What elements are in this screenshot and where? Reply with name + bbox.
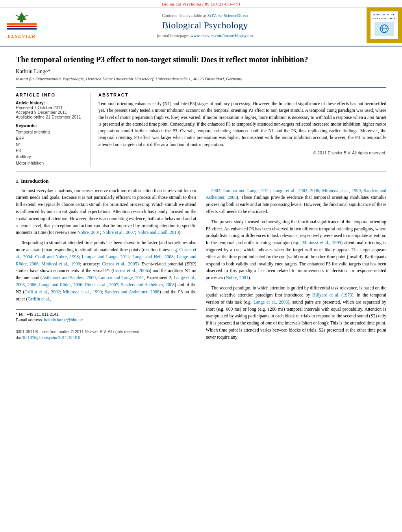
ref-miniussi-1999-cuing[interactable]: Miniussi et al., 1999 <box>302 240 341 245</box>
ref-lampar-lange-2011[interactable]: Lampar and Lange, 2011 <box>82 254 129 259</box>
available-date: Available online 21 December 2011 <box>16 115 85 119</box>
journal-logo-inner: BIOLOGICALPSYCHOLOGY <box>371 11 398 39</box>
accepted-date: Accepted 9 December 2011 <box>16 110 85 115</box>
ref-coull-nobre-1998[interactable]: Coull and Nobre, 1998 <box>35 254 79 259</box>
ref-lampar-lange-2011-right[interactable]: Lampar and Lange, 2011 <box>223 188 270 193</box>
journal-top-bar: Biological Psychology 89 (2012) 433–443 <box>0 0 402 7</box>
top-bar-text: Biological Psychology 89 (2012) 433–443 <box>162 2 240 6</box>
elsevier-logo-area: ELSEVIER <box>0 7 43 43</box>
ref-correa-2006a[interactable]: Correa et al., 2006a <box>113 268 150 273</box>
journal-center: Contents lists available at SciVerse Sci… <box>43 7 367 43</box>
footer-doi: doi:10.1016/j.biopsycho.2011.12.010 <box>16 335 196 341</box>
received-date: Received 7 October 2011 <box>16 105 85 110</box>
keywords-heading: Keywords: <box>16 123 85 128</box>
ref-nobre-2007[interactable]: Nobre et al., 2007 <box>102 230 135 235</box>
abstract-heading: ABSTRACT <box>98 93 386 97</box>
right-para2: The present study focused on investigati… <box>206 219 387 282</box>
ref-lange-heil-2008[interactable]: Lange and Heil, 2008 <box>132 254 174 259</box>
ref-miniussi-1999-right[interactable]: Miniussi et al., 1999 <box>322 188 361 193</box>
journal-logo-image <box>374 22 394 36</box>
ref-nobre-2001[interactable]: Nobre, 2001 <box>78 230 100 235</box>
ref-nobre-coull-2010[interactable]: Nobre and Coull, 2010 <box>137 230 179 235</box>
ref-roder-2007[interactable]: Röder et al., 2007 <box>85 282 118 287</box>
sciverse-link[interactable]: SciVerse ScienceDirect <box>207 13 248 18</box>
journal-logo-label: BIOLOGICALPSYCHOLOGY <box>372 13 396 20</box>
footer-doi-link[interactable]: 10.1016/j.biopsycho.2011.12.010 <box>22 336 80 340</box>
ref-nobre-2001-right[interactable]: Nobre, 2001 <box>226 275 248 280</box>
sciverse-line: Contents lists available at SciVerse Sci… <box>162 13 248 18</box>
author-name: Kathrin Lange* <box>16 69 386 75</box>
homepage-link[interactable]: www.elsevier.com/locate/biopsycho <box>191 33 253 38</box>
ref-2002-right[interactable]: 2002 <box>211 188 220 193</box>
svg-rect-0 <box>7 23 37 25</box>
svg-rect-1 <box>7 26 37 27</box>
keyword-6: Motor inhibition <box>16 160 85 167</box>
article-title: The temporal orienting P3 effect to non-… <box>16 54 386 65</box>
abstract-col: ABSTRACT Temporal orienting enhances ear… <box>98 93 386 167</box>
ref-lampar-lange-2011b[interactable]: Lampar and Lange, 2011 <box>98 275 144 280</box>
article-info-heading: ARTICLE INFO <box>16 93 85 97</box>
ref-sanders-astheimer-2008b[interactable]: Sanders and Astheimer, 2008 <box>105 289 159 294</box>
footer-issn: 0301-0511/$ – see front matter © 2011 El… <box>16 329 196 335</box>
ref-sanders-astheimer-2008a[interactable]: Sanders and Astheimer, 2008 <box>121 282 175 287</box>
keyword-5: Auditory <box>16 154 85 160</box>
ref-miniussi-1999a[interactable]: Miniussi et al., 1999 <box>41 261 80 266</box>
keywords-list: Temporal orienting ERP N1 P3 Auditory Mo… <box>16 129 85 167</box>
ref-lange-2003-2006-right[interactable]: Lange et al., 2003, 2006 <box>273 188 319 193</box>
right-para1: 2002; Lampar and Lange, 2011; Lange et a… <box>206 187 387 215</box>
ref-lange-roder-2006b[interactable]: Lange and Röder, 2006 <box>39 282 82 287</box>
intro-para2: Responding to stimuli at attended time p… <box>16 239 196 302</box>
journal-title: Biological Psychology <box>162 20 248 31</box>
keyword-4: P3 <box>16 148 85 154</box>
footer-line: 0301-0511/$ – see front matter © 2011 El… <box>16 327 196 341</box>
article-info-col: ARTICLE INFO Article history: Received 7… <box>16 93 91 167</box>
footnote-tel: * Tel.: +49 211 811 2141. <box>16 312 196 317</box>
ref-miniussi-1999b[interactable]: Miniussi et al., 1999 <box>63 289 102 294</box>
body-columns: In most everyday situations, our senses … <box>16 187 386 344</box>
right-para3: The second paradigm, in which attention … <box>206 285 387 341</box>
keyword-2: ERP <box>16 135 85 142</box>
svg-rect-2 <box>7 28 37 30</box>
elsevier-logo-text: ELSEVIER <box>7 33 36 39</box>
body-col-left: In most everyday situations, our senses … <box>16 187 196 344</box>
ref-correa-2005[interactable]: Correa et al., 2005 <box>102 261 137 266</box>
footnote-email-link[interactable]: kathrin.lange@hhu.de <box>44 318 83 322</box>
intro-section: 1. Introduction In most everyday situati… <box>16 178 386 344</box>
copyright-text: © 2011 Elsevier B.V. All rights reserved… <box>98 150 386 155</box>
article-meta-section: ARTICLE INFO Article history: Received 7… <box>16 87 386 172</box>
abstract-text: Temporal orienting enhances early (N1) a… <box>98 100 386 148</box>
elsevier-tree-icon <box>6 11 37 33</box>
footnote-email: E-mail address: kathrin.lange@hhu.de <box>16 317 196 323</box>
keyword-1: Temporal orienting <box>16 129 85 135</box>
article-content: The temporal orienting P3 effect to non-… <box>0 46 402 352</box>
journal-header: Biological Psychology 89 (2012) 433–443 … <box>0 0 402 46</box>
intro-para1: In most everyday situations, our senses … <box>16 187 196 237</box>
intro-heading: 1. Introduction <box>16 178 386 184</box>
ref-lange-2003-right[interactable]: Lange et al., 2003 <box>254 300 288 304</box>
ref-griffin-2002b[interactable]: Griffin et al., <box>28 297 51 301</box>
homepage-line: journal homepage: www.elsevier.com/locat… <box>157 33 253 38</box>
author-affiliation: Institut für Experimentelle Psychologie,… <box>16 76 386 81</box>
keyword-3: N1 <box>16 142 85 148</box>
body-col-right: 2002; Lampar and Lange, 2011; Lange et a… <box>206 187 387 344</box>
history-label: Article history: <box>16 100 85 105</box>
ref-astheimer-sanders-2009[interactable]: Astheimer and Sanders, 2009 <box>42 275 96 280</box>
journal-logo-area: BIOLOGICALPSYCHOLOGY <box>367 7 402 43</box>
footnote-area: * Tel.: +49 211 811 2141. E-mail address… <box>16 309 196 323</box>
journal-banner: ELSEVIER Contents lists available at Sci… <box>0 7 402 43</box>
ref-griffin-2002a[interactable]: Griffin et al., 2002 <box>24 289 60 294</box>
ref-hillyard-1973[interactable]: Hillyard et al. (1973) <box>312 293 354 297</box>
